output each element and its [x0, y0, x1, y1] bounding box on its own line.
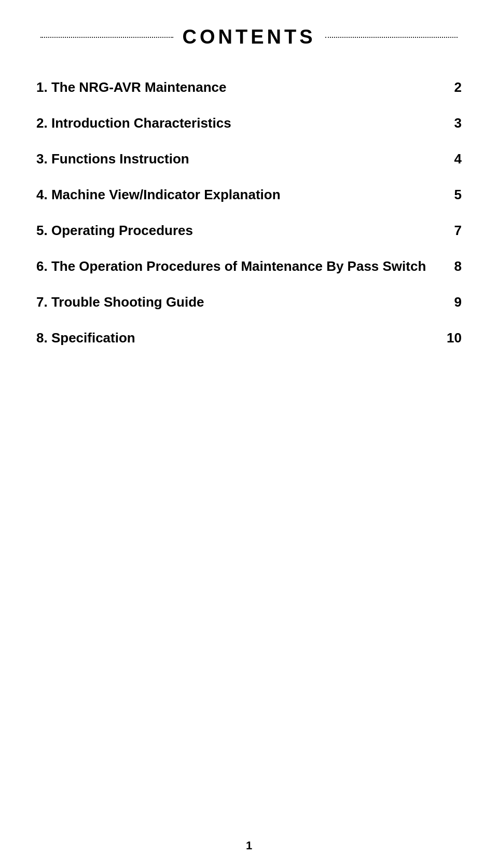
toc-item-page: 10: [446, 330, 462, 346]
toc-item-label: 7. Trouble Shooting Guide: [36, 294, 446, 310]
toc-item-page: 2: [446, 79, 462, 95]
toc-item: 7. Trouble Shooting Guide9: [36, 294, 462, 310]
toc-item: 4. Machine View/Indicator Explanation5: [36, 187, 462, 203]
toc-item-label: 6. The Operation Procedures of Maintenan…: [36, 258, 446, 274]
header-line-right: [325, 37, 458, 38]
toc-item-page: 4: [446, 151, 462, 167]
toc-item-page: 9: [446, 294, 462, 310]
toc-item-page: 8: [446, 258, 462, 274]
page: CONTENTS 1. The NRG-AVR Maintenance22. I…: [0, 0, 498, 868]
page-number: 1: [246, 839, 252, 852]
page-title: CONTENTS: [183, 26, 316, 48]
toc-item-label: 5. Operating Procedures: [36, 223, 446, 239]
toc-item-page: 5: [446, 187, 462, 203]
toc-item-label: 4. Machine View/Indicator Explanation: [36, 187, 446, 203]
table-of-contents: 1. The NRG-AVR Maintenance22. Introducti…: [31, 79, 467, 346]
toc-item: 6. The Operation Procedures of Maintenan…: [36, 258, 462, 274]
page-header: CONTENTS: [31, 21, 467, 48]
toc-item-label: 2. Introduction Characteristics: [36, 115, 446, 131]
toc-item-label: 3. Functions Instruction: [36, 151, 446, 167]
toc-item-label: 1. The NRG-AVR Maintenance: [36, 79, 446, 95]
header-line-left: [40, 37, 173, 38]
toc-item: 3. Functions Instruction4: [36, 151, 462, 167]
toc-item: 2. Introduction Characteristics3: [36, 115, 462, 131]
toc-item-label: 8. Specification: [36, 330, 446, 346]
toc-item-page: 3: [446, 115, 462, 131]
toc-item: 5. Operating Procedures7: [36, 223, 462, 239]
toc-item: 1. The NRG-AVR Maintenance2: [36, 79, 462, 95]
toc-item-page: 7: [446, 223, 462, 239]
toc-item: 8. Specification10: [36, 330, 462, 346]
